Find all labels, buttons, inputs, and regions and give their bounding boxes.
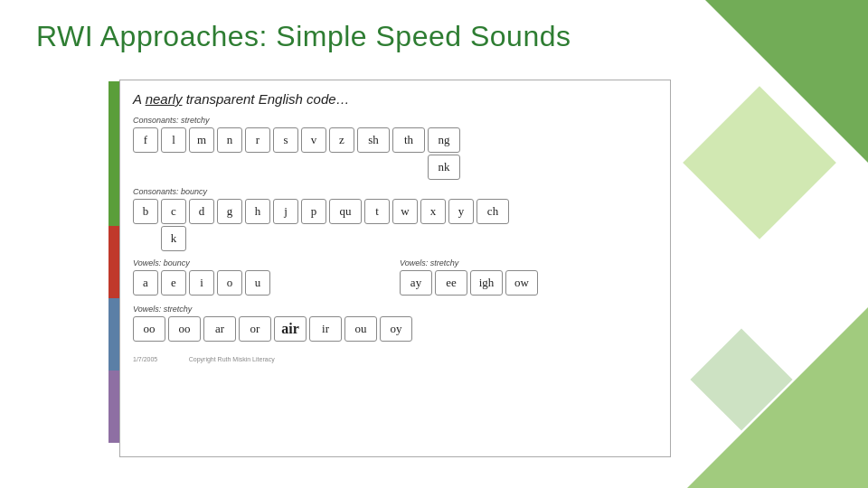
consonants-bouncy-section: Consonants: bouncy b c d g h j p qu t w … — [133, 187, 657, 251]
vowels-bouncy-label: Vowels: bouncy — [133, 258, 391, 267]
sound-ir: ir — [309, 316, 342, 342]
sound-d: d — [189, 199, 214, 224]
sound-c: c — [161, 199, 186, 224]
vowels-stretchy2-label: Vowels: stretchy — [133, 305, 657, 314]
sound-empty-6 — [273, 155, 298, 180]
sound-m: m — [189, 127, 214, 153]
sound-ay: ay — [400, 270, 432, 296]
sound-ou: ou — [344, 316, 377, 342]
sound-th: th — [392, 127, 425, 153]
subtitle-italic: nearly — [146, 91, 183, 107]
sound-y: y — [448, 199, 474, 224]
sound-l: l — [161, 127, 186, 153]
vowels-bouncy-col: Vowels: bouncy a e i o u — [133, 258, 391, 297]
sound-n: n — [217, 127, 242, 153]
sound-ar: ar — [203, 316, 236, 342]
sound-o: o — [217, 270, 242, 296]
sound-empty-1 — [133, 155, 158, 180]
sound-b: b — [133, 199, 158, 224]
sound-ng: ng — [428, 127, 460, 153]
sound-empty-3 — [189, 155, 214, 180]
card-footer: 1/7/2005 Copyright Ruth Miskin Literacy — [133, 349, 657, 365]
sound-u: u — [245, 270, 270, 296]
consonants-stretchy-label: Consonants: stretchy — [133, 116, 657, 125]
vowels-stretchy-col: Vowels: stretchy ay ee igh ow — [400, 258, 657, 297]
footer-copyright: Copyright Ruth Miskin Literacy — [189, 356, 275, 362]
bar-purple — [108, 371, 119, 443]
sound-z: z — [329, 127, 354, 153]
card-subtitle: A nearly transparent English code… — [133, 91, 657, 107]
sound-empty-4 — [217, 155, 242, 180]
vowels-stretchy-label: Vowels: stretchy — [400, 258, 657, 267]
sound-w: w — [392, 199, 418, 224]
sound-a: a — [133, 270, 158, 296]
vowels-stretchy2-section: Vowels: stretchy oo oo ar or air ir ou o… — [133, 305, 657, 342]
page-title: RWI Approaches: Simple Speed Sounds — [36, 20, 571, 53]
sound-x: x — [420, 199, 446, 224]
sound-oo1: oo — [133, 316, 165, 342]
consonants-bouncy-row2: k — [133, 226, 657, 251]
vowels-bouncy-row: a e i o u — [133, 270, 391, 296]
sound-k: k — [161, 226, 186, 251]
vowels-stretchy-row: ay ee igh ow — [400, 270, 657, 296]
sound-h: h — [245, 199, 270, 224]
sound-ee: ee — [435, 270, 467, 296]
consonants-stretchy-row1: f l m n r s v z sh th ng — [133, 127, 657, 153]
sound-sh: sh — [357, 127, 390, 153]
sound-oo2: oo — [168, 316, 201, 342]
sound-igh: igh — [470, 270, 503, 296]
sound-r: r — [245, 127, 270, 153]
bar-green — [108, 81, 119, 226]
sound-e: e — [161, 270, 186, 296]
sidebar-bars — [108, 81, 119, 443]
consonants-stretchy-row2: nk — [133, 155, 657, 180]
bar-red — [108, 226, 119, 298]
sound-nk: nk — [428, 155, 460, 180]
consonants-bouncy-label: Consonants: bouncy — [133, 187, 657, 196]
vowels-stretchy2-row: oo oo ar or air ir ou oy — [133, 316, 657, 342]
footer-date: 1/7/2005 — [133, 356, 157, 362]
consonants-stretchy-section: Consonants: stretchy f l m n r s v z sh … — [133, 116, 657, 180]
sound-empty-5 — [245, 155, 270, 180]
sound-p: p — [301, 199, 326, 224]
sound-empty-8 — [329, 155, 354, 180]
sound-empty-b2 — [133, 226, 158, 251]
sound-empty-10 — [392, 155, 425, 180]
sound-empty-7 — [301, 155, 326, 180]
sound-qu: qu — [329, 199, 362, 224]
sound-v: v — [301, 127, 326, 153]
content-card: A nearly transparent English code… Conso… — [119, 80, 671, 457]
bar-blue — [108, 298, 119, 371]
sound-or: or — [239, 316, 271, 342]
sound-f: f — [133, 127, 158, 153]
vowels-dual-section: Vowels: bouncy a e i o u Vowels: stretch… — [133, 258, 657, 297]
consonants-bouncy-row1: b c d g h j p qu t w x y ch — [133, 199, 657, 224]
sound-j: j — [273, 199, 298, 224]
sound-i: i — [189, 270, 214, 296]
sound-oy: oy — [380, 316, 412, 342]
sound-s: s — [273, 127, 298, 153]
sound-empty-2 — [161, 155, 186, 180]
sound-ch: ch — [476, 199, 509, 224]
sound-g: g — [217, 199, 242, 224]
sound-t: t — [364, 199, 390, 224]
sound-ow: ow — [505, 270, 538, 296]
sound-air: air — [274, 316, 307, 342]
sound-empty-9 — [357, 155, 390, 180]
